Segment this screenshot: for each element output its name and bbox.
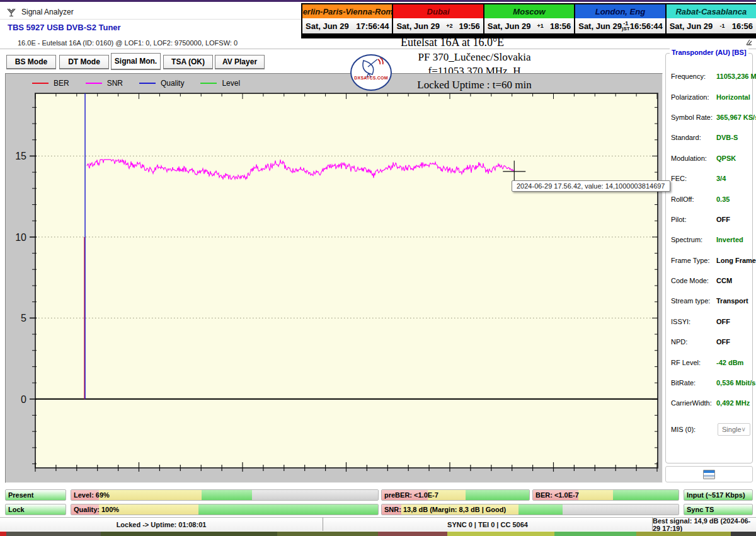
y-axis-label: 5 [21,313,26,323]
transponder-value: CCM [716,277,732,284]
transponder-row: Standard:DVB-S [671,127,750,148]
transponder-row: CarrierWidth:0,492 MHz [671,393,750,413]
transponder-label: Stream type: [671,297,716,305]
transponder-value: 365,967 KS/s [716,114,756,121]
status-bar: Locked -> Uptime: 01:08:01 SYNC 0 | TEI … [0,517,756,531]
mode-button-bs-mode[interactable]: BS Mode [6,55,56,69]
transponder-row: NPD:OFF [671,332,750,352]
mode-button-signal-mon-[interactable]: Signal Mon. [111,53,161,70]
clock-utc-offset [349,26,357,26]
clock-utc-offset: +2 [440,23,459,29]
clock-date: Sat, Jun 29 [306,21,349,31]
clock-2: DubaiSat, Jun 29+219:56 [393,4,484,37]
bar-segment-green [202,490,252,500]
strip-fragment [277,532,378,536]
mis-value: Single [722,426,742,433]
transponder-label: Symbol Rate: [671,114,716,121]
clock-city-label: Rabat-Casablanca [667,4,756,18]
bar-segment-green [466,490,529,500]
transponder-label: NPD: [671,338,716,346]
clock-offset-value: -1 [720,23,725,29]
plot-area [35,93,658,468]
clock-time-row: Sat, Jun 29+118:56 [484,18,574,33]
bar-segments [71,490,378,500]
world-clocks: Berlin-Paris-Vienna-RomaSat, Jun 2917:56… [301,3,756,38]
transponder-row: ISSYI:OFF [671,312,750,332]
clock-city-label: Dubai [393,4,483,18]
transponder-row: Symbol Rate:365,967 KS/s [671,107,750,127]
clock-offset-note: )ST [622,26,630,32]
transponder-row: Polarization:Horizontal [671,86,750,107]
bar-ber: BER: <1.0E-7 [532,489,679,501]
satellite-dish-icon [357,55,385,78]
transponder-label: Code Mode: [671,277,716,284]
strip-fragment [378,532,447,536]
clock-date: Sat, Jun 29 [396,21,440,31]
transponder-value: -42 dBm [716,359,743,366]
bar-preber: preBER: <1.0E-7 [381,489,530,501]
clock-utc-offset: +1 [530,23,550,29]
strip-fragment [731,532,756,536]
chevron-down-icon: ∨ [742,426,746,433]
signal-plot[interactable]: 051015 [6,74,663,484]
clock-date: Sat, Jun 29 [488,21,531,31]
strip-fragment [554,532,636,536]
badge-present: Present [5,489,66,501]
dxsatcs-logo-circle: DXSATCS.COM [350,54,392,91]
mis-select[interactable]: Single∨ [718,423,750,436]
clock-3: MoscowSat, Jun 29+118:56 [484,4,575,37]
transponder-label: Frequency: [671,73,716,80]
transponder-label: Polarization: [671,93,716,101]
mode-button-tsa-ok-[interactable]: TSA (OK) [163,55,213,69]
transponder-label: Standard: [671,134,716,141]
transponder-label: Frame Type: [671,257,716,264]
clock-time-row: Sat, Jun 29+219:56 [393,18,483,33]
bar-label: Quality: 100% [74,504,119,515]
mode-button-dt-mode[interactable]: DT Mode [59,55,109,69]
log-export-button[interactable] [665,466,753,482]
transponder-row: Frequency:11053,236 MHz [671,66,750,86]
transponder-label: Modulation: [671,154,716,162]
transponder-value: OFF [716,338,730,346]
bar-label: preBER: <1.0E-7 [384,490,438,500]
status-sync: SYNC 0 | TEI 0 | CC 5064 [323,518,652,531]
bar-segment-green [198,504,378,515]
strip-fragment [0,532,6,536]
clock-time: 17:56:44 [356,21,389,31]
transponder-value: QPSK [716,154,736,162]
transponder-row: Pilot:OFF [671,209,750,230]
badge-lock: Lock [5,504,66,515]
mis-label: MIS (0): [671,426,716,433]
bar-segment-yellow [578,490,613,500]
clock-5: Rabat-CasablancaSat, Jun 29-116:56 [667,4,756,37]
bar-label: SNR: 13,8 dB (Margin: 8,3 dB | Good) [384,504,506,515]
transponder-row: RF Level:-42 dBm [671,352,750,372]
mode-button-av-player[interactable]: AV Player [215,55,265,69]
clock-time: 19:56 [459,21,480,31]
clock-time: 16:56:44 [630,21,663,31]
clock-date: Sat, Jun 29 [578,21,622,31]
clock-date: Sat, Jun 29 [670,21,713,31]
bar-label: Level: 69% [74,490,110,500]
transponder-row: Stream type:Transport [671,291,750,311]
clock-offset-value: +2 [446,23,452,29]
transponder-label: Spectrum: [671,236,716,243]
bar-level: Level: 69% [71,489,379,501]
transponder-row: Frame Type:Long Frame [671,250,750,271]
bar-segment-green [613,490,679,500]
badge-input-517-kbps-: Input (~517 Kbps) [684,489,753,501]
bar-snr: SNR: 13,8 dB (Margin: 8,3 dB | Good) [381,504,679,515]
strip-fragment [636,532,731,536]
clock-offset-value: +1 [537,23,544,29]
bar-quality: Quality: 100% [71,504,379,515]
badge-sync-ts: Sync TS [684,504,753,515]
window-title: Signal Analyzer [21,8,74,16]
transponder-rows: Frequency:11053,236 MHzPolarization:Hori… [671,66,750,437]
transponder-row: Spectrum:Inverted [671,230,750,250]
transponder-label: CarrierWidth: [671,399,716,407]
transponder-panel: Transponder (AU) [BS] Frequency:11053,23… [665,53,753,463]
clock-city-label: Moscow [484,4,574,18]
signal-chart-panel: BERSNRQualityLevel 051015 [5,73,663,483]
transponder-value: 0,536 Mbit/s [716,379,755,387]
transponder-value: Inverted [716,236,743,243]
